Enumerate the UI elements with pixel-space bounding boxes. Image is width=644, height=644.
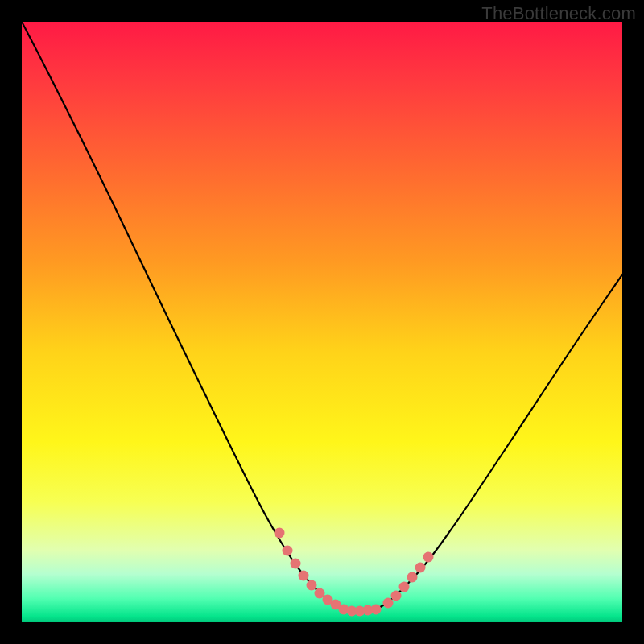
highlight-dot <box>383 598 394 609</box>
highlight-dot <box>399 582 410 592</box>
highlight-dot <box>407 572 418 583</box>
plot-area <box>22 22 622 622</box>
highlight-dot <box>299 571 309 581</box>
highlight-dot <box>371 605 382 615</box>
highlight-dot <box>275 528 285 539</box>
highlight-markers <box>275 528 434 617</box>
frame-background: TheBottleneck.com <box>0 0 644 644</box>
highlight-dot <box>283 546 293 556</box>
bottleneck-curve-path <box>22 22 622 611</box>
highlight-dot <box>307 580 317 591</box>
highlight-dot <box>291 559 301 569</box>
watermark-credit: TheBottleneck.com <box>481 3 636 24</box>
bottleneck-curve-svg <box>22 22 622 622</box>
highlight-dot <box>391 591 402 601</box>
highlight-dot <box>423 552 434 563</box>
highlight-dot <box>415 563 426 573</box>
